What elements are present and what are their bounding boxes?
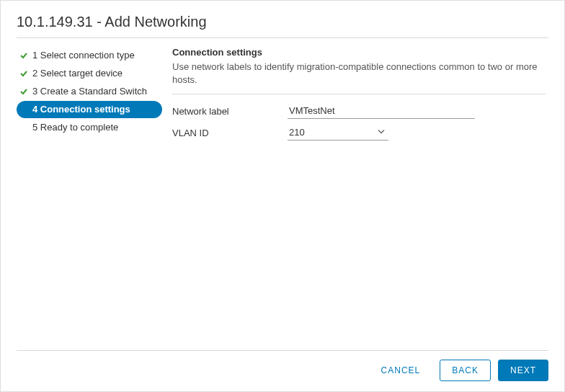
dialog-footer: CANCEL BACK NEXT [17, 350, 548, 381]
dialog-title: 10.1.149.31 - Add Networking [17, 14, 548, 38]
main-panel: Connection settings Use network labels t… [166, 47, 548, 350]
check-icon [19, 87, 30, 96]
network-label-row: Network label [172, 103, 546, 119]
step-select-connection-type[interactable]: 1 Select connection type [17, 47, 162, 64]
cancel-button[interactable]: CANCEL [369, 360, 433, 381]
step-label: 1 Select connection type [30, 49, 135, 62]
step-create-standard-switch[interactable]: 3 Create a Standard Switch [17, 83, 162, 100]
step-label: 2 Select target device [30, 67, 123, 80]
step-label: 3 Create a Standard Switch [30, 85, 147, 98]
next-button[interactable]: NEXT [498, 360, 548, 381]
network-label-caption: Network label [172, 106, 288, 117]
wizard-steps: 1 Select connection type 2 Select target… [17, 47, 166, 350]
section-title: Connection settings [172, 47, 546, 58]
vlan-id-select[interactable] [288, 125, 388, 141]
step-connection-settings[interactable]: 4 Connection settings [17, 101, 162, 118]
check-icon [19, 51, 30, 60]
step-ready-to-complete: 5 Ready to complete [17, 119, 162, 136]
divider [172, 94, 546, 94]
step-label: 5 Ready to complete [30, 121, 118, 134]
section-description: Use network labels to identify migration… [172, 61, 546, 86]
vlan-id-caption: VLAN ID [172, 128, 288, 138]
step-label: 4 Connection settings [30, 103, 130, 116]
back-button[interactable]: BACK [440, 360, 491, 381]
network-label-input[interactable] [288, 103, 475, 119]
check-icon [19, 69, 30, 78]
step-select-target-device[interactable]: 2 Select target device [17, 65, 162, 82]
vlan-id-row: VLAN ID [172, 125, 546, 141]
